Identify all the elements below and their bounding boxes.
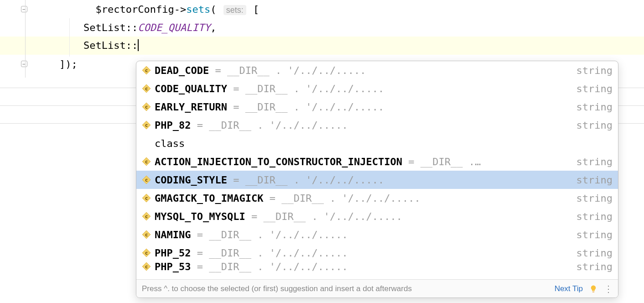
completion-text: NAMING = __DIR__ . '/../../..... xyxy=(155,229,571,240)
svg-text:c: c xyxy=(145,214,148,219)
svg-text:c: c xyxy=(145,122,148,128)
constant-icon: c xyxy=(142,102,151,111)
arrow-op: -> xyxy=(174,4,187,15)
completion-text: CODE_QUALITY = __DIR__ . '/../../..... xyxy=(155,83,571,94)
footer-tip-text: Press ^. to choose the selected (or firs… xyxy=(142,284,555,293)
completion-item[interactable]: cPHP_82 = __DIR__ . '/../../.....string xyxy=(136,116,618,134)
param-hint: sets: xyxy=(223,5,246,15)
completion-text: ACTION_INJECTION_TO_CONSTRUCTOR_INJECTIO… xyxy=(155,156,571,167)
constant-icon: c xyxy=(142,230,151,239)
bulb-icon[interactable] xyxy=(589,285,597,293)
completion-type: string xyxy=(571,83,613,94)
scope-op: :: xyxy=(126,22,138,33)
fold-minus-icon[interactable]: − xyxy=(21,61,27,67)
completion-item[interactable]: cGMAGICK_TO_IMAGICK = __DIR__ . '/../../… xyxy=(136,189,618,207)
completion-text: DEAD_CODE = __DIR__ . '/../../..... xyxy=(155,65,571,76)
gutter: − xyxy=(0,6,32,12)
variable: $rectorConfig xyxy=(95,4,174,15)
completion-type: string xyxy=(571,247,613,259)
fold-minus-icon[interactable]: − xyxy=(21,6,27,12)
svg-text:c: c xyxy=(145,159,148,165)
svg-text:c: c xyxy=(145,232,148,238)
completion-popup[interactable]: cDEAD_CODE = __DIR__ . '/../../.....stri… xyxy=(136,61,618,298)
completion-type: string xyxy=(571,120,613,131)
method-call: sets xyxy=(186,4,210,15)
gutter: − xyxy=(0,61,32,67)
svg-text:c: c xyxy=(145,250,148,256)
completion-list[interactable]: cDEAD_CODE = __DIR__ . '/../../.....stri… xyxy=(136,61,618,279)
completion-text: GMAGICK_TO_IMAGICK = __DIR__ . '/../../.… xyxy=(155,193,571,204)
completion-type: string xyxy=(571,193,613,204)
completion-item[interactable]: cDEAD_CODE = __DIR__ . '/../../.....stri… xyxy=(136,61,618,79)
text-cursor xyxy=(138,39,139,51)
paren: ( xyxy=(210,4,223,15)
const-ref: CODE_QUALITY xyxy=(138,22,210,33)
constant-icon: c xyxy=(142,175,151,184)
completion-item[interactable]: cCODING_STYLE = __DIR__ . '/../../.....s… xyxy=(136,171,618,189)
completion-plain-text: class xyxy=(142,138,185,149)
completion-text: MYSQL_TO_MYSQLI = __DIR__ . '/../../....… xyxy=(155,211,571,222)
completion-item[interactable]: cMYSQL_TO_MYSQLI = __DIR__ . '/../../...… xyxy=(136,207,618,225)
completion-type: string xyxy=(571,211,613,222)
constant-icon: c xyxy=(142,193,151,203)
completion-text: PHP_53 = __DIR__ . '/../../..... xyxy=(155,261,571,272)
completion-item[interactable]: cACTION_INJECTION_TO_CONSTRUCTOR_INJECTI… xyxy=(136,152,618,171)
completion-type: string xyxy=(571,229,613,240)
completion-type: string xyxy=(571,101,613,113)
constant-icon: c xyxy=(142,262,151,271)
constant-icon: c xyxy=(142,66,151,75)
code-editor[interactable]: − $rectorConfig->sets( sets: [ SetList::… xyxy=(0,0,644,303)
completion-item[interactable]: class xyxy=(136,134,618,152)
more-icon[interactable]: ⋮ xyxy=(604,284,613,293)
svg-text:c: c xyxy=(145,104,148,110)
completion-text: CODING_STYLE = __DIR__ . '/../../..... xyxy=(155,174,571,186)
class-ref: SetList xyxy=(83,22,126,33)
class-ref: SetList xyxy=(83,40,126,51)
scope-op: :: xyxy=(126,40,138,51)
constant-icon: c xyxy=(142,157,151,166)
completion-type: string xyxy=(571,156,613,167)
svg-text:c: c xyxy=(145,195,148,201)
svg-text:c: c xyxy=(145,86,148,92)
bracket: [ xyxy=(247,4,260,15)
constant-icon: c xyxy=(142,84,151,93)
completion-type: string xyxy=(571,174,613,186)
completion-text: EARLY_RETURN = __DIR__ . '/../../..... xyxy=(155,101,571,113)
completion-text: PHP_82 = __DIR__ . '/../../..... xyxy=(155,120,571,131)
constant-icon: c xyxy=(142,120,151,130)
completion-item[interactable]: cEARLY_RETURN = __DIR__ . '/../../.....s… xyxy=(136,98,618,116)
svg-text:c: c xyxy=(145,68,148,73)
constant-icon: c xyxy=(142,248,151,257)
code-line[interactable]: − $rectorConfig->sets( sets: [ xyxy=(0,0,644,18)
completion-item[interactable]: cPHP_53 = __DIR__ . '/../../.....string xyxy=(136,262,618,271)
completion-item[interactable]: cCODE_QUALITY = __DIR__ . '/../../.....s… xyxy=(136,79,618,98)
constant-icon: c xyxy=(142,212,151,221)
completion-text: PHP_52 = __DIR__ . '/../../..... xyxy=(155,247,571,259)
completion-item[interactable]: cPHP_52 = __DIR__ . '/../../.....string xyxy=(136,244,618,262)
next-tip-link[interactable]: Next Tip xyxy=(555,284,583,293)
completion-item[interactable]: cNAMING = __DIR__ . '/../../.....string xyxy=(136,225,618,244)
svg-text:c: c xyxy=(145,177,148,183)
completion-footer: Press ^. to choose the selected (or firs… xyxy=(136,279,618,298)
svg-text:c: c xyxy=(145,264,148,270)
code-line-active[interactable]: SetList:: xyxy=(0,37,644,55)
comma: , xyxy=(210,22,216,33)
completion-type: string xyxy=(571,65,613,76)
close-bracket: ]); xyxy=(59,58,78,70)
completion-type: string xyxy=(571,261,613,272)
